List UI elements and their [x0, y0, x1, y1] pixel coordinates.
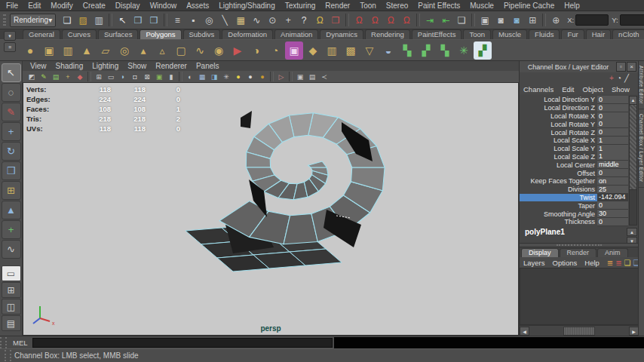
- menu-item[interactable]: Display: [115, 2, 140, 10]
- poly-smooth-cube-icon[interactable]: ◔: [266, 41, 284, 60]
- file-new-icon[interactable]: ❏: [60, 13, 75, 28]
- channel-attribute-value[interactable]: 1: [597, 137, 628, 145]
- side-tab[interactable]: Channel Box / Layer Editor: [639, 109, 644, 188]
- snap-view-plane-icon[interactable]: ?: [296, 13, 311, 28]
- menu-item[interactable]: Modify: [51, 2, 72, 10]
- snap-magnet-icon-3[interactable]: Ω: [383, 13, 398, 28]
- paint-reduce-icon[interactable]: ▚: [436, 41, 454, 60]
- last-tool[interactable]: ∿: [2, 240, 21, 259]
- menu-item[interactable]: Create: [83, 2, 106, 10]
- side-tab[interactable]: Attribute Editor: [639, 61, 644, 109]
- viewport-menu-item[interactable]: View: [30, 62, 47, 70]
- poly-pipe-icon[interactable]: ▢: [172, 41, 190, 60]
- separator[interactable]: [471, 14, 475, 26]
- default-light-icon[interactable]: ●: [232, 72, 244, 81]
- shelf-toggle-button[interactable]: ≡: [4, 42, 16, 52]
- menu-item[interactable]: Pipeline Cache: [504, 2, 554, 10]
- cleanup-icon[interactable]: ✳: [455, 41, 473, 60]
- key-icon[interactable]: ◆: [74, 72, 86, 81]
- poly-wedge-icon[interactable]: ◆: [304, 41, 322, 60]
- file-save-icon[interactable]: ▥: [91, 13, 106, 28]
- select-object-icon[interactable]: ❒: [130, 13, 146, 28]
- channel-attribute-value[interactable]: middle: [597, 161, 628, 169]
- coordinate-input[interactable]: [575, 14, 609, 26]
- separator[interactable]: [109, 14, 112, 26]
- poly-cylinder-icon[interactable]: ▥: [59, 41, 77, 60]
- channel-attribute-value[interactable]: 0: [597, 201, 628, 210]
- channel-attribute-value[interactable]: 25: [597, 186, 628, 194]
- field-chart-icon[interactable]: ▣: [294, 72, 306, 81]
- channel-row[interactable]: Local Scale Z 1: [520, 153, 628, 161]
- move-tool[interactable]: +: [2, 122, 21, 141]
- channel-attribute-value[interactable]: -142.094: [597, 193, 628, 201]
- shelf-tab[interactable]: Dynamics: [320, 29, 363, 39]
- channel-attribute-value[interactable]: 1: [597, 152, 628, 161]
- close-icon[interactable]: ×: [627, 62, 636, 72]
- select-hierarchy-icon[interactable]: ↖: [115, 13, 130, 28]
- command-line-label[interactable]: MEL: [13, 339, 28, 347]
- coordinate-input[interactable]: [620, 14, 644, 26]
- command-line-output[interactable]: [334, 337, 644, 348]
- persp-outliner-layout[interactable]: ◫: [2, 299, 21, 314]
- measure-icon[interactable]: +: [62, 72, 74, 81]
- triangulate-icon[interactable]: ▞: [474, 41, 492, 60]
- viewport-canvas[interactable]: x Verts: 118 118 0 Edges: 224 224 0 Face…: [23, 82, 519, 336]
- snap-grid-icon[interactable]: ▦: [233, 13, 248, 28]
- menu-item[interactable]: File: [6, 2, 18, 10]
- snap-magnet-icon-1[interactable]: Ω: [351, 13, 366, 28]
- menu-item[interactable]: Assets: [186, 2, 209, 10]
- render-view-icon[interactable]: ▣: [477, 13, 492, 28]
- wireframe-mode-icon[interactable]: ◐: [184, 72, 196, 81]
- extract-icon[interactable]: ▽: [360, 41, 379, 60]
- output-connections-icon[interactable]: ⇤: [438, 13, 453, 28]
- channel-list-scrollbar[interactable]: ▲: [629, 96, 637, 225]
- paint-selection-tool[interactable]: ✎: [2, 103, 21, 121]
- separator[interactable]: [416, 14, 420, 26]
- select-mask-object-icon[interactable]: ◎: [201, 13, 216, 28]
- viewport-menu-item[interactable]: Lighting: [92, 62, 118, 70]
- poly-soccer-ball-icon[interactable]: ◉: [210, 41, 228, 60]
- shelf-tab[interactable]: Fur: [561, 29, 584, 39]
- combine-icon[interactable]: ▥: [323, 41, 341, 60]
- channel-attribute-value[interactable]: 30: [597, 210, 628, 218]
- separator[interactable]: [289, 72, 293, 81]
- channel-row[interactable]: Local Rotate Z 0: [520, 128, 628, 137]
- shelf-tab[interactable]: Subdivs: [183, 29, 221, 39]
- scrollbar-thumb[interactable]: [563, 327, 595, 336]
- channel-row[interactable]: Divisions 25: [520, 186, 628, 194]
- layer-editor-tab[interactable]: Render: [560, 248, 597, 257]
- layer-editor-tab[interactable]: Anim: [597, 248, 628, 257]
- channel-box-menu-item[interactable]: Channels: [523, 85, 554, 94]
- flat-light-icon[interactable]: ●: [244, 72, 256, 81]
- scale-tool[interactable]: ❒: [2, 161, 21, 180]
- new-render-layer-icon[interactable]: ❏: [624, 259, 631, 267]
- channel-attribute-value[interactable]: 0: [597, 128, 628, 137]
- quick-selection-field-icon[interactable]: ⊕: [548, 13, 563, 28]
- separator[interactable]: [345, 14, 349, 26]
- shelf-tab[interactable]: Polygons: [140, 29, 181, 39]
- channel-box-menu-item[interactable]: Edit: [562, 85, 574, 94]
- channel-attribute-value[interactable]: on: [597, 177, 628, 186]
- select-mask-hierarchy-icon[interactable]: ▪: [186, 13, 201, 28]
- shelf-tab[interactable]: Animation: [274, 29, 318, 39]
- poly-torus-icon[interactable]: ◎: [115, 41, 133, 60]
- reduce-icon[interactable]: ▞: [417, 41, 435, 60]
- manip-speed-icon[interactable]: ◔: [617, 74, 621, 82]
- shaded-mode-icon[interactable]: ▦: [196, 72, 208, 81]
- help-line-grip[interactable]: [5, 350, 11, 361]
- select-all-mask-icon[interactable]: ≡: [170, 13, 185, 28]
- two-d-pan-zoom-icon[interactable]: ◘: [129, 72, 141, 81]
- camera-attributes-icon[interactable]: ⊞: [93, 72, 105, 81]
- poly-smooth-sphere-icon[interactable]: ◑: [247, 41, 265, 60]
- viewport-menu-item[interactable]: Renderer: [155, 62, 187, 70]
- grease-pencil-icon[interactable]: ✎: [38, 72, 50, 81]
- separator[interactable]: [164, 14, 167, 26]
- use-all-lights-icon[interactable]: ✳: [220, 72, 232, 81]
- lasso-tool[interactable]: ◌: [2, 83, 21, 102]
- channel-box-menu-item[interactable]: Show: [612, 85, 630, 94]
- shelf-tab[interactable]: PaintEffects: [412, 29, 462, 39]
- rubber-band-select-icon[interactable]: ╲: [217, 13, 232, 28]
- menu-item[interactable]: Muscle: [470, 2, 494, 10]
- smooth-icon[interactable]: ▚: [398, 41, 416, 60]
- channel-attribute-value[interactable]: 0: [597, 120, 628, 128]
